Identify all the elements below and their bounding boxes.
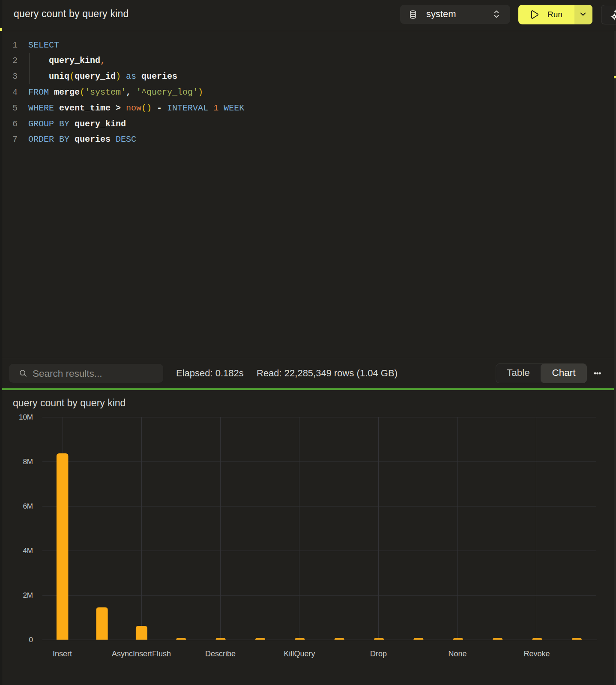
svg-text:KillQuery: KillQuery	[284, 649, 315, 658]
svg-text:AsyncInsertFlush: AsyncInsertFlush	[112, 649, 171, 658]
svg-text:Describe: Describe	[205, 649, 236, 658]
svg-text:4M: 4M	[23, 547, 33, 555]
svg-text:0: 0	[29, 636, 33, 644]
svg-text:6M: 6M	[23, 502, 33, 510]
svg-text:None: None	[448, 649, 466, 658]
svg-text:Drop: Drop	[370, 649, 387, 658]
svg-text:Insert: Insert	[53, 649, 72, 658]
svg-text:2M: 2M	[23, 591, 33, 599]
svg-text:10M: 10M	[19, 413, 33, 421]
svg-text:Revoke: Revoke	[523, 649, 550, 658]
svg-text:8M: 8M	[23, 458, 33, 466]
